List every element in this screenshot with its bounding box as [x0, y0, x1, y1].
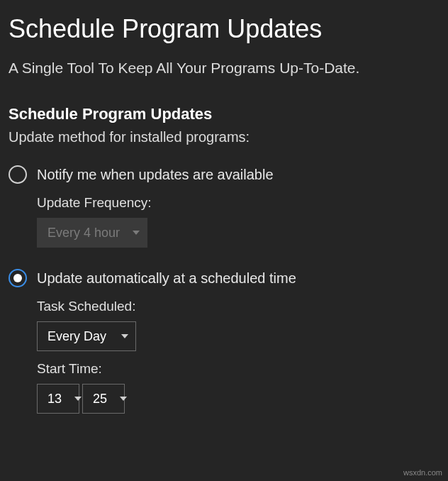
chevron-down-icon [121, 334, 128, 338]
task-scheduled-dropdown[interactable]: Every Day [37, 321, 136, 351]
chevron-down-icon [74, 397, 82, 401]
radio-selected-dot [13, 274, 22, 282]
task-scheduled-value: Every Day [47, 329, 106, 344]
chevron-down-icon [133, 231, 140, 235]
start-hour-dropdown[interactable]: 13 [37, 384, 79, 414]
update-method-radio-group: Notify me when updates are available Upd… [9, 165, 435, 435]
notify-sub-block: Update Frequency: Every 4 hour [37, 195, 435, 248]
auto-sub-block: Task Scheduled: Every Day Start Time: 13… [37, 299, 435, 414]
radio-icon[interactable] [9, 269, 27, 287]
watermark: wsxdn.com [403, 468, 442, 477]
chevron-down-icon [120, 397, 127, 401]
update-frequency-value: Every 4 hour [47, 226, 120, 240]
start-time-label: Start Time: [37, 361, 435, 377]
start-time-row: 13 25 [37, 384, 435, 414]
radio-icon[interactable] [9, 165, 27, 184]
start-hour-value: 13 [47, 392, 62, 407]
radio-label-notify: Notify me when updates are available [37, 167, 274, 183]
update-frequency-dropdown: Every 4 hour [37, 218, 147, 248]
page-subtitle: A Single Tool To Keep All Your Programs … [9, 60, 435, 77]
radio-option-notify[interactable]: Notify me when updates are available [9, 165, 435, 184]
update-frequency-label: Update Frequency: [37, 195, 435, 211]
start-minute-value: 25 [93, 392, 107, 407]
radio-label-auto: Update automatically at a scheduled time [37, 270, 296, 287]
section-heading: Schedule Program Updates [9, 105, 435, 123]
task-scheduled-label: Task Scheduled: [37, 299, 435, 314]
page-title: Schedule Program Updates [9, 14, 435, 44]
radio-option-auto[interactable]: Update automatically at a scheduled time [9, 269, 435, 287]
start-minute-dropdown[interactable]: 25 [82, 384, 125, 414]
section-description: Update method for installed programs: [9, 129, 435, 145]
